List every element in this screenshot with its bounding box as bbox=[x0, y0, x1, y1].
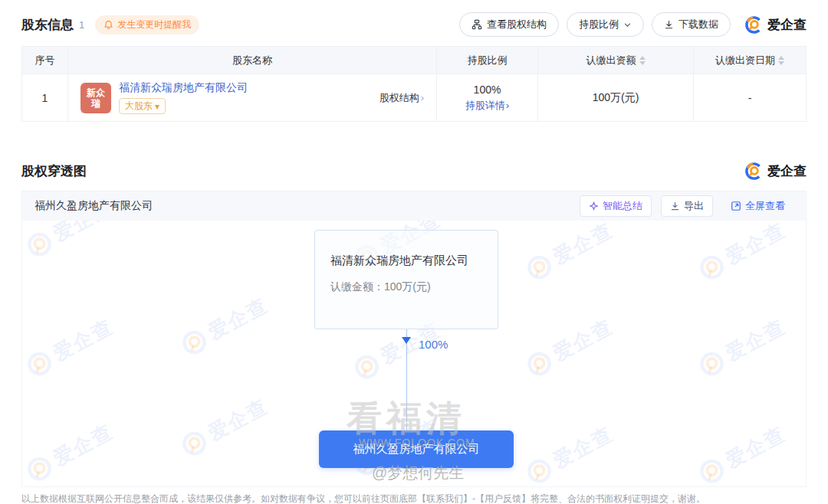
chevron-down-icon bbox=[623, 21, 632, 29]
date-value: - bbox=[694, 74, 807, 122]
page: 股东信息 1 发生变更时提醒我 查看股权结构 持股比例 bbox=[0, 0, 828, 504]
shareholder-count: 1 bbox=[79, 19, 84, 31]
col-ratio: 持股比例 bbox=[437, 47, 538, 74]
ownership-edge-line bbox=[406, 329, 407, 430]
child-node-name: 福州久盈房地产有限公司 bbox=[353, 442, 480, 457]
penetration-toolbar: 福州久盈房地产有限公司 智能总结 导出 bbox=[22, 191, 806, 221]
shareholder-actions: 查看股权结构 持股比例 下载数据 爱企查 bbox=[459, 12, 807, 37]
table-row: 1 新众 瑞 福清新众瑞房地产有限公司 大股东 ▾ bbox=[22, 74, 807, 122]
parent-company-node[interactable]: 福清新众瑞房地产有限公司 认缴金额：100万(元) bbox=[314, 230, 498, 329]
fullscreen-icon bbox=[731, 201, 741, 211]
sort-date-button[interactable] bbox=[778, 56, 784, 65]
aiqicha-watermark: 爱企查 bbox=[521, 421, 618, 486]
penetration-section-header: 股权穿透图 爱企查 bbox=[21, 159, 807, 183]
fullscreen-button[interactable]: 全屏查看 bbox=[722, 196, 794, 216]
download-icon bbox=[664, 20, 674, 30]
arrow-down-icon bbox=[402, 337, 411, 344]
equity-structure-link[interactable]: 股权结构› bbox=[380, 91, 424, 105]
ownership-percentage-label: 100% bbox=[419, 338, 448, 351]
amount-value: 100万(元) bbox=[538, 74, 694, 122]
col-amount: 认缴出资额 bbox=[538, 47, 694, 74]
aiqicha-logo-text: 爱企查 bbox=[767, 162, 807, 180]
col-shareholder-name: 股东名称 bbox=[68, 47, 437, 74]
aiqicha-logo-icon bbox=[744, 162, 764, 181]
major-shareholder-tag[interactable]: 大股东 ▾ bbox=[119, 98, 166, 114]
current-company-name: 福州久盈房地产有限公司 bbox=[34, 199, 153, 213]
holding-detail-link[interactable]: 持股详情› bbox=[465, 99, 509, 113]
chevron-right-icon: › bbox=[506, 100, 509, 111]
parent-node-amount: 认缴金额：100万(元) bbox=[330, 280, 482, 294]
sort-amount-button[interactable] bbox=[639, 56, 646, 65]
child-company-node[interactable]: 福州久盈房地产有限公司 bbox=[319, 430, 514, 468]
download-data-label: 下载数据 bbox=[678, 18, 718, 31]
col-index: 序号 bbox=[22, 47, 68, 74]
chevron-right-icon: › bbox=[421, 92, 424, 103]
aiqicha-watermark: 爱企查 bbox=[22, 313, 118, 381]
shareholder-title: 股东信息 bbox=[21, 16, 74, 34]
download-data-button[interactable]: 下载数据 bbox=[652, 12, 731, 37]
ratio-filter-dropdown[interactable]: 持股比例 bbox=[567, 12, 644, 37]
remind-on-change-button[interactable]: 发生变更时提醒我 bbox=[95, 15, 199, 34]
aiqicha-watermark: 爱企查 bbox=[176, 292, 273, 360]
aiqicha-watermark: 爱企查 bbox=[694, 421, 790, 486]
aiqicha-logo-icon bbox=[744, 15, 764, 34]
sparkle-icon bbox=[589, 201, 599, 211]
aiqicha-watermark: 爱企查 bbox=[521, 221, 618, 285]
ratio-filter-label: 持股比例 bbox=[579, 18, 619, 31]
aiqicha-watermark: 爱企查 bbox=[22, 418, 118, 486]
export-button[interactable]: 导出 bbox=[661, 195, 713, 217]
table-header-row: 序号 股东名称 持股比例 认缴出资额 认缴出资日期 bbox=[22, 47, 807, 74]
caret-down-icon: ▾ bbox=[155, 101, 159, 112]
remind-label: 发生变更时提醒我 bbox=[117, 18, 191, 31]
disclaimer-text: 以上数据根据互联网公开信息整合而成，该结果仅供参考。如对数据有争议，您可以前往页… bbox=[21, 493, 807, 504]
aiqicha-watermark: 爱企查 bbox=[176, 393, 273, 461]
ratio-value: 100% bbox=[474, 83, 501, 96]
bell-icon bbox=[104, 20, 113, 30]
shareholder-company-link[interactable]: 福清新众瑞房地产有限公司 bbox=[119, 81, 248, 95]
shareholder-table: 序号 股东名称 持股比例 认缴出资额 认缴出资日期 1 bbox=[21, 46, 807, 122]
penetration-panel: 福州久盈房地产有限公司 智能总结 导出 bbox=[21, 191, 807, 487]
aiqicha-logo-text: 爱企查 bbox=[767, 16, 807, 34]
view-equity-structure-label: 查看股权结构 bbox=[487, 18, 547, 31]
aiqicha-watermark: 爱企查 bbox=[521, 313, 618, 381]
download-icon bbox=[670, 201, 680, 211]
penetration-chart-canvas: 爱企查爱企查爱企查爱企查爱企查爱企查爱企查爱企查爱企查爱企查爱企查爱企查爱企查爱… bbox=[22, 221, 806, 486]
col-date: 认缴出资日期 bbox=[694, 47, 807, 74]
aiqicha-logo[interactable]: 爱企查 bbox=[744, 162, 807, 181]
view-equity-structure-button[interactable]: 查看股权结构 bbox=[459, 12, 559, 37]
org-chart-icon bbox=[472, 19, 482, 30]
aiqicha-watermark: 爱企查 bbox=[22, 221, 118, 262]
shareholder-name-cell: 新众 瑞 福清新众瑞房地产有限公司 大股东 ▾ 股权结构› bbox=[68, 81, 436, 114]
shareholder-section-header: 股东信息 1 发生变更时提醒我 查看股权结构 持股比例 bbox=[21, 12, 807, 37]
avatar: 新众 瑞 bbox=[80, 83, 111, 113]
aiqicha-logo[interactable]: 爱企查 bbox=[744, 15, 807, 34]
ai-summary-button[interactable]: 智能总结 bbox=[580, 195, 652, 217]
penetration-title: 股权穿透图 bbox=[21, 162, 87, 180]
row-index: 1 bbox=[22, 74, 68, 122]
aiqicha-watermark: 爱企查 bbox=[694, 221, 790, 285]
aiqicha-watermark: 爱企查 bbox=[694, 313, 790, 381]
parent-node-name: 福清新众瑞房地产有限公司 bbox=[330, 254, 482, 268]
